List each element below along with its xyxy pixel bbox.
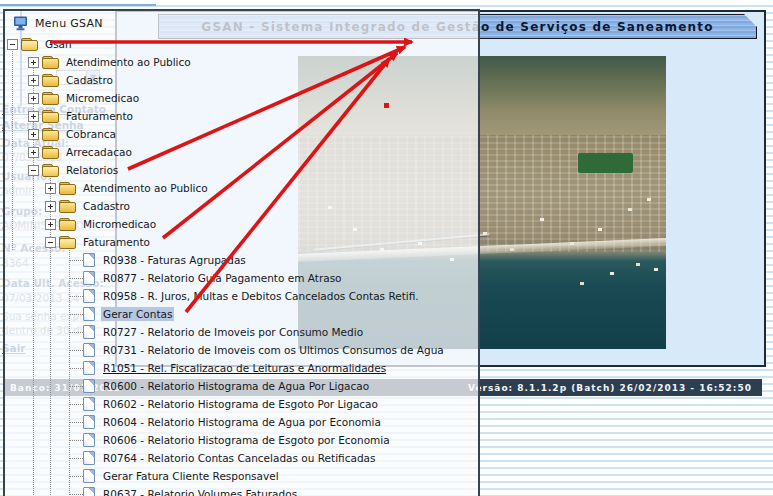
- report-item-r0938[interactable]: R0938 - Faturas Agrupadas: [5, 251, 478, 269]
- tree-connector: [69, 476, 83, 477]
- tree-node-relatorios[interactable]: Relatorios: [5, 161, 478, 179]
- report-icon: [83, 451, 95, 465]
- tree-node-cobranca[interactable]: Cobranca: [5, 125, 478, 143]
- tree-node-arrecadacao[interactable]: Arrecadacao: [5, 143, 478, 161]
- tree-node-label[interactable]: Arrecadacao: [64, 145, 134, 159]
- folder-open-icon: [21, 38, 38, 51]
- report-label[interactable]: R0877 - Relatorio Guia Pagamento em Atra…: [101, 271, 344, 285]
- tree-node-relatorios-faturamento[interactable]: Faturamento: [5, 233, 478, 251]
- report-item-r0727[interactable]: R0727 - Relatorio de Imoveis por Consumo…: [5, 323, 478, 341]
- tree-node-relatorios-cadastro[interactable]: Cadastro: [5, 197, 478, 215]
- tree-node-label[interactable]: Atendimento ao Publico: [64, 55, 193, 69]
- tree-node-label[interactable]: Micromedicao: [64, 91, 141, 105]
- menu-tree: Gsan Atendimento ao Publico Cadastro Mic…: [5, 35, 478, 496]
- photo-stadium-field: [578, 153, 633, 174]
- tree-connector: [69, 494, 83, 495]
- tree-node-gsan[interactable]: Gsan: [5, 35, 478, 53]
- report-item-gerar-fatura[interactable]: Gerar Fatura Cliente Responsavel: [5, 467, 478, 485]
- folder-icon: [42, 128, 59, 141]
- report-item-r0764[interactable]: R0764 - Relatorio Contas Canceladas ou R…: [5, 449, 478, 467]
- report-item-r0637[interactable]: R0637 - Relatorio Volumes Faturados: [5, 485, 478, 496]
- report-icon: [83, 289, 95, 303]
- expander-plus-icon[interactable]: [28, 111, 39, 122]
- tree-connector: [69, 422, 83, 423]
- report-label[interactable]: R0764 - Relatorio Contas Canceladas ou R…: [101, 451, 377, 465]
- report-icon: [83, 307, 95, 321]
- expander-minus-icon[interactable]: [28, 165, 39, 176]
- expander-plus-icon[interactable]: [45, 183, 56, 194]
- report-label[interactable]: R0602 - Relatorio Histograma de Esgoto P…: [101, 397, 380, 411]
- report-item-r0604[interactable]: R0604 - Relatorio Histograma de Agua por…: [5, 413, 478, 431]
- report-label[interactable]: R0600 - Relatorio Histograma de Agua Por…: [101, 379, 371, 393]
- report-icon: [83, 343, 95, 357]
- folder-icon: [42, 92, 59, 105]
- tree-node-relatorios-atendimento[interactable]: Atendimento ao Publico: [5, 179, 478, 197]
- report-label[interactable]: R0727 - Relatorio de Imoveis por Consumo…: [101, 325, 365, 339]
- tree-node-label[interactable]: Gsan: [43, 37, 74, 51]
- expander-minus-icon[interactable]: [45, 237, 56, 248]
- report-label[interactable]: R0606 - Relatorio Histograma de Esgoto p…: [101, 433, 392, 447]
- tree-connector: [69, 404, 83, 405]
- tree-connector: [69, 296, 83, 297]
- tree-node-atendimento[interactable]: Atendimento ao Publico: [5, 53, 478, 71]
- folder-icon: [42, 110, 59, 123]
- report-item-r0602[interactable]: R0602 - Relatorio Histograma de Esgoto P…: [5, 395, 478, 413]
- tree-node-label[interactable]: Cadastro: [64, 73, 115, 87]
- gsan-screen: GSAN - Sistema Integrado de Gestão de Se…: [0, 0, 773, 496]
- tree-node-relatorios-micromedicao[interactable]: Micromedicao: [5, 215, 478, 233]
- tree-node-label[interactable]: Micromedicao: [81, 217, 158, 231]
- expander-plus-icon[interactable]: [45, 219, 56, 230]
- tree-node-label[interactable]: Faturamento: [81, 235, 152, 249]
- folder-icon: [59, 218, 76, 231]
- expander-plus-icon[interactable]: [28, 147, 39, 158]
- page-top-edge: [0, 4, 156, 6]
- report-label[interactable]: R0938 - Faturas Agrupadas: [101, 253, 248, 267]
- report-label-selected[interactable]: Gerar Contas: [101, 307, 174, 321]
- report-icon: [83, 397, 95, 411]
- tree-node-cadastro[interactable]: Cadastro: [5, 71, 478, 89]
- tree-node-label[interactable]: Cadastro: [81, 199, 132, 213]
- report-label[interactable]: R0637 - Relatorio Volumes Faturados: [101, 487, 299, 496]
- report-icon: [83, 271, 95, 285]
- report-icon: [83, 253, 95, 267]
- folder-icon: [59, 182, 76, 195]
- tree-node-label[interactable]: Cobranca: [64, 127, 118, 141]
- report-item-gerar-contas[interactable]: Gerar Contas: [5, 305, 478, 323]
- tree-connector: [69, 368, 83, 369]
- report-label[interactable]: Gerar Fatura Cliente Responsavel: [101, 469, 281, 483]
- report-icon: [83, 433, 95, 447]
- expander-minus-icon[interactable]: [7, 39, 18, 50]
- tree-node-label[interactable]: Relatorios: [64, 163, 120, 177]
- folder-icon: [42, 74, 59, 87]
- expander-plus-icon[interactable]: [45, 201, 56, 212]
- expander-plus-icon[interactable]: [28, 75, 39, 86]
- tree-node-faturamento[interactable]: Faturamento: [5, 107, 478, 125]
- folder-open-icon: [42, 164, 59, 177]
- report-item-r0731[interactable]: R0731 - Relatorio de Imoveis com os Ulti…: [5, 341, 478, 359]
- folder-icon: [42, 146, 59, 159]
- report-item-r1051[interactable]: R1051 - Rel. Fiscalizacao de Leituras e …: [5, 359, 478, 377]
- tree-node-label[interactable]: Faturamento: [64, 109, 135, 123]
- report-label[interactable]: R1051 - Rel. Fiscalizacao de Leituras e …: [101, 361, 388, 375]
- expander-plus-icon[interactable]: [28, 93, 39, 104]
- tree-connector: [69, 458, 83, 459]
- report-item-r0958[interactable]: R0958 - R. Juros, Multas e Debitos Cance…: [5, 287, 478, 305]
- report-item-r0877[interactable]: R0877 - Relatorio Guia Pagamento em Atra…: [5, 269, 478, 287]
- tree-connector: [69, 260, 83, 261]
- tree-connector: [69, 332, 83, 333]
- report-label[interactable]: R0958 - R. Juros, Multas e Debitos Cance…: [101, 289, 421, 303]
- expander-plus-icon[interactable]: [28, 129, 39, 140]
- expander-plus-icon[interactable]: [28, 57, 39, 68]
- menu-title: Menu GSAN: [35, 17, 103, 30]
- report-label[interactable]: R0731 - Relatorio de Imoveis com os Ulti…: [101, 343, 446, 357]
- tree-node-label[interactable]: Atendimento ao Publico: [81, 181, 210, 195]
- status-version: Versão: 8.1.1.2p (Batch) 26/02/2013 - 16…: [468, 383, 762, 393]
- tree-node-micromedicao[interactable]: Micromedicao: [5, 89, 478, 107]
- tree-connector: [69, 350, 83, 351]
- tree-connector: [69, 314, 83, 315]
- report-icon: [83, 415, 95, 429]
- report-item-r0606[interactable]: R0606 - Relatorio Histograma de Esgoto p…: [5, 431, 478, 449]
- menu-gsan-panel: Menu GSAN Gsan Atendimento ao Publico Ca…: [3, 9, 480, 496]
- report-item-r0600[interactable]: R0600 - Relatorio Histograma de Agua Por…: [5, 377, 478, 395]
- report-label[interactable]: R0604 - Relatorio Histograma de Agua por…: [101, 415, 383, 429]
